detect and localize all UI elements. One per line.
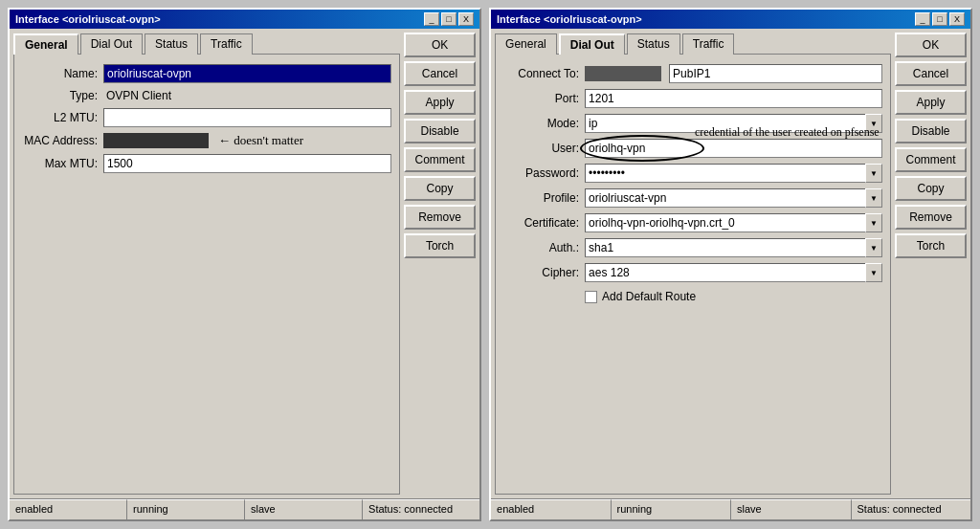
dialog2-cipher-input[interactable] bbox=[585, 263, 865, 282]
dialog2-minimize-btn[interactable]: _ bbox=[915, 12, 930, 26]
dialog1-tab-content: Name: Type: OVPN Client L2 MTU: MAC Addr… bbox=[13, 54, 400, 495]
dialog2-comment-btn[interactable]: Comment bbox=[895, 147, 967, 172]
dialog2-port-label: Port: bbox=[503, 92, 585, 105]
dialog1-title-buttons: _ □ X bbox=[424, 12, 474, 26]
dialog1-mac-value-area: ← doesn't matter bbox=[103, 133, 391, 148]
dialog1-titlebar: Interface <oriolriuscat-ovpn> _ □ X bbox=[10, 10, 479, 29]
dialog1-maxmtu-row: Max MTU: bbox=[22, 154, 391, 173]
dialog2-defaultroute-row: Add Default Route bbox=[503, 290, 882, 303]
dialog2-cipher-row: Cipher: ▼ bbox=[503, 263, 882, 282]
dialog1-status-bar: enabled running slave Status: connected bbox=[10, 498, 479, 519]
dialog2-auth-input[interactable] bbox=[585, 238, 865, 257]
dialog2-status-bar: enabled running slave Status: connected bbox=[491, 498, 970, 519]
dialog2-defaultroute-checkbox[interactable] bbox=[585, 291, 597, 303]
dialog2-copy-btn[interactable]: Copy bbox=[895, 176, 967, 201]
dialog2-tabs: General Dial Out Status Traffic bbox=[495, 33, 891, 54]
dialog1-tab-traffic[interactable]: Traffic bbox=[200, 33, 253, 55]
dialog2-port-input[interactable] bbox=[585, 89, 882, 108]
dialog1-name-label: Name: bbox=[22, 67, 103, 80]
dialog2-connectto-label: Connect To: bbox=[503, 67, 585, 80]
dialog1-maxmtu-label: Max MTU: bbox=[22, 157, 103, 170]
dialog1-copy-btn[interactable]: Copy bbox=[404, 176, 476, 201]
dialog2-status-slave: slave bbox=[731, 499, 851, 519]
dialog1-l2mtu-row: L2 MTU: bbox=[22, 108, 391, 127]
dialog2-apply-btn[interactable]: Apply bbox=[895, 90, 967, 115]
dialog2: Interface <oriolriuscat-ovpn> _ □ X Gene… bbox=[489, 8, 972, 521]
dialog2-title: Interface <oriolriuscat-ovpn> bbox=[497, 13, 642, 25]
dialog2-connectto-input[interactable] bbox=[669, 64, 882, 83]
dialog2-credential-annotation: credential of the user created on pfsens… bbox=[695, 124, 886, 141]
dialog2-user-wrapper bbox=[585, 139, 882, 158]
dialog2-close-btn[interactable]: X bbox=[949, 12, 965, 26]
dialog2-status-connected: Status: connected bbox=[852, 499, 970, 519]
dialog2-profile-row: Profile: ▼ bbox=[503, 188, 882, 208]
dialog2-tab-status[interactable]: Status bbox=[627, 33, 680, 55]
dialog2-ok-btn[interactable]: OK bbox=[895, 33, 967, 57]
dialog1-content: General Dial Out Status Traffic Name: Ty… bbox=[10, 29, 479, 498]
dialog1-mac-row: MAC Address: ← doesn't matter bbox=[22, 133, 391, 148]
dialog1-type-value: OVPN Client bbox=[103, 89, 171, 102]
dialog1-ok-btn[interactable]: OK bbox=[404, 33, 476, 57]
dialog1-l2mtu-input[interactable] bbox=[103, 108, 391, 127]
dialog1-maximize-btn[interactable]: □ bbox=[441, 12, 457, 26]
dialog2-certificate-input[interactable] bbox=[585, 213, 865, 232]
dialog2-mode-label: Mode: bbox=[503, 117, 585, 130]
dialog2-tab-content: Connect To: Port: Mode: ▼ bbox=[495, 54, 891, 495]
dialog1-tabs: General Dial Out Status Traffic bbox=[13, 33, 400, 54]
dialog1-tab-dialout[interactable]: Dial Out bbox=[80, 33, 143, 55]
dialog1-name-input[interactable] bbox=[103, 64, 391, 83]
dialog2-user-row: User: credential of the user created on … bbox=[503, 139, 882, 158]
dialog1-disable-btn[interactable]: Disable bbox=[404, 119, 476, 143]
dialog2-certificate-label: Certificate: bbox=[503, 216, 585, 230]
dialog2-profile-input[interactable] bbox=[585, 188, 865, 208]
dialog1-status-enabled: enabled bbox=[10, 499, 127, 519]
dialog2-defaultroute-label: Add Default Route bbox=[602, 290, 696, 303]
dialog2-tab-dialout[interactable]: Dial Out bbox=[559, 33, 625, 55]
dialog2-disable-btn[interactable]: Disable bbox=[895, 119, 967, 143]
dialog1-maxmtu-input[interactable] bbox=[103, 154, 391, 173]
dialog2-cancel-btn[interactable]: Cancel bbox=[895, 61, 967, 86]
dialog1-close-btn[interactable]: X bbox=[458, 12, 474, 26]
dialog1-status-slave: slave bbox=[245, 499, 363, 519]
dialog2-auth-row: Auth.: ▼ bbox=[503, 238, 882, 257]
dialog2-status-enabled: enabled bbox=[491, 499, 611, 519]
dialog2-remove-btn[interactable]: Remove bbox=[895, 205, 967, 230]
dialog1-tab-status[interactable]: Status bbox=[145, 33, 198, 55]
dialog1-title: Interface <oriolriuscat-ovpn> bbox=[15, 13, 161, 25]
dialog2-tab-general[interactable]: General bbox=[495, 33, 557, 55]
dialog2-tab-traffic[interactable]: Traffic bbox=[682, 33, 735, 55]
dialog2-password-label: Password: bbox=[503, 166, 585, 180]
dialog1-btn-panel: OK Cancel Apply Disable Comment Copy Rem… bbox=[404, 33, 476, 495]
dialog2-password-input[interactable] bbox=[585, 164, 865, 183]
dialog2-profile-label: Profile: bbox=[503, 191, 585, 205]
dialog1-apply-btn[interactable]: Apply bbox=[404, 90, 476, 115]
dialog1-remove-btn[interactable]: Remove bbox=[404, 205, 476, 230]
dialog2-user-input[interactable] bbox=[585, 139, 882, 158]
dialog1-comment-btn[interactable]: Comment bbox=[404, 147, 476, 172]
dialog1-mac-annotation: ← doesn't matter bbox=[218, 133, 303, 148]
dialog2-maximize-btn[interactable]: □ bbox=[932, 12, 947, 26]
dialog1-cancel-btn[interactable]: Cancel bbox=[404, 61, 476, 86]
dialog2-title-buttons: _ □ X bbox=[915, 12, 965, 26]
dialog1-torch-btn[interactable]: Torch bbox=[404, 233, 476, 258]
dialog2-cipher-dropdown: ▼ bbox=[585, 263, 882, 282]
dialog2-main: General Dial Out Status Traffic Connect … bbox=[495, 33, 891, 495]
dialog1-mac-blurred bbox=[103, 133, 209, 148]
dialog2-torch-btn[interactable]: Torch bbox=[895, 233, 967, 258]
dialog1-type-row: Type: OVPN Client bbox=[22, 89, 391, 102]
dialog1-tab-general[interactable]: General bbox=[13, 33, 78, 55]
dialog2-btn-panel: OK Cancel Apply Disable Comment Copy Rem… bbox=[895, 33, 967, 495]
dialog2-user-label: User: bbox=[503, 142, 585, 155]
dialog2-auth-dropdown-btn[interactable]: ▼ bbox=[865, 238, 882, 257]
dialog2-profile-dropdown-btn[interactable]: ▼ bbox=[865, 188, 882, 208]
dialog2-password-wrapper: ▼ bbox=[585, 164, 882, 183]
dialog1-minimize-btn[interactable]: _ bbox=[424, 12, 439, 26]
dialog2-status-running: running bbox=[612, 499, 731, 519]
dialog2-titlebar: Interface <oriolriuscat-ovpn> _ □ X bbox=[491, 10, 970, 29]
dialog2-connectto-row: Connect To: bbox=[503, 64, 882, 83]
dialog2-content: General Dial Out Status Traffic Connect … bbox=[491, 29, 970, 498]
dialog2-certificate-dropdown-btn[interactable]: ▼ bbox=[865, 213, 882, 232]
dialog2-password-dropdown-btn[interactable]: ▼ bbox=[865, 164, 882, 183]
dialog2-cipher-dropdown-btn[interactable]: ▼ bbox=[865, 263, 882, 282]
dialog2-password-row: Password: ▼ bbox=[503, 164, 882, 183]
